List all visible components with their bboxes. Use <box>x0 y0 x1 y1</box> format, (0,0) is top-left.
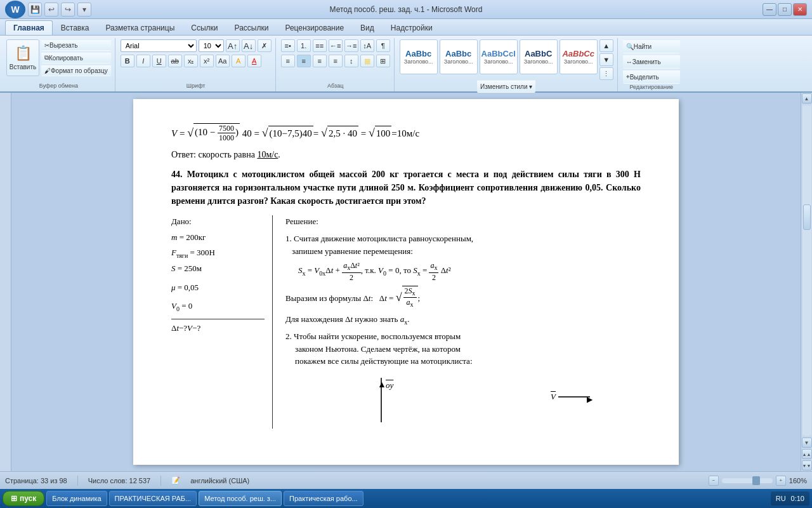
format-painter-button[interactable]: 🖌 Формат по образцу <box>41 65 111 76</box>
find-button[interactable]: 🔍 Найти <box>623 39 680 53</box>
paragraph-content: ≡• 1. ≡≡ ←≡ →≡ ↕A ¶ ≡ ≡ ≡ ≡ ↕ ▦ ⊞ <box>281 39 390 83</box>
solution-delta-t: Выразим из формулы Δt: Δt = √ 2Sx ax ; <box>285 286 641 309</box>
style-heading4[interactable]: AaBbC Заголово... <box>520 39 558 74</box>
change-case-button[interactable]: Aa <box>216 55 230 67</box>
zoom-controls: − + 160% <box>708 475 807 486</box>
show-marks-button[interactable]: ¶ <box>376 39 390 52</box>
numbering-button[interactable]: 1. <box>297 39 311 52</box>
font-group: Arial 10 A↑ A↓ ✗ B I U ab x₂ x² Aa A A <box>117 38 276 91</box>
right-scrollbar[interactable]: ▲ ▼ ▲▲ ▼▼ <box>801 93 812 471</box>
strikethrough-button[interactable]: ab <box>168 55 182 67</box>
font-row-1: Arial 10 A↑ A↓ ✗ <box>121 39 272 52</box>
font-grow-button[interactable]: A↑ <box>226 39 240 52</box>
document-page: V = √ (10 − 75001000) 40 = √ (10−7,5)40 … <box>133 99 679 465</box>
paste-button[interactable]: 📋 Вставить <box>6 39 39 76</box>
align-left-button[interactable]: ≡ <box>281 55 295 67</box>
taskbar-item-0[interactable]: Блок динамика <box>46 491 107 506</box>
underline-button[interactable]: U <box>152 55 166 67</box>
zoom-in-button[interactable]: + <box>776 476 786 486</box>
styles-scroll-down[interactable]: ▼ <box>599 53 613 66</box>
increase-indent-button[interactable]: →≡ <box>344 39 358 52</box>
solution-box: Решение: 1. Считая движение мотоциклиста… <box>273 215 641 429</box>
taskbar-item-3[interactable]: Практическая рабо... <box>284 491 363 506</box>
font-group-label: Шрифт <box>187 83 206 90</box>
replace-button[interactable]: ↔ Заменить <box>623 55 680 69</box>
zoom-thumb[interactable] <box>752 476 760 485</box>
select-button[interactable]: ⌖ Выделить <box>623 70 680 84</box>
document-scroll[interactable]: V = √ (10 − 75001000) 40 = √ (10−7,5)40 … <box>11 93 801 471</box>
solution-label: Решение: <box>285 215 641 228</box>
tray-time: 0:10 <box>791 495 804 502</box>
tab-insert[interactable]: Вставка <box>53 20 98 35</box>
sort-button[interactable]: ↕A <box>360 39 374 52</box>
tab-review[interactable]: Рецензирование <box>277 20 352 35</box>
cut-button[interactable]: ✂ Вырезать <box>41 39 111 51</box>
undo-button[interactable]: ↩ <box>44 3 58 17</box>
change-styles-button[interactable]: Изменить стили ▾ <box>477 80 535 93</box>
para-row-2: ≡ ≡ ≡ ≡ ↕ ▦ ⊞ <box>281 55 390 67</box>
customize-qa[interactable]: ▾ <box>77 3 91 17</box>
fraction-ax2: ax 2 <box>429 261 438 282</box>
start-button[interactable]: ⊞ пуск <box>3 491 44 506</box>
solution-area: Дано: m = 200кг Fтяги = 300Н S = 250м μ … <box>171 215 641 429</box>
align-center-button[interactable]: ≡ <box>297 55 311 67</box>
tab-mailings[interactable]: Рассылки <box>226 20 277 35</box>
font-content: Arial 10 A↑ A↓ ✗ B I U ab x₂ x² Aa A A <box>121 39 272 83</box>
style-heading3[interactable]: AaBbCcl Заголово... <box>480 39 518 74</box>
justify-button[interactable]: ≡ <box>329 55 343 67</box>
copy-button[interactable]: ⧉ Копировать <box>41 52 111 64</box>
font-family-select[interactable]: Arial <box>121 39 197 52</box>
tab-view[interactable]: Вид <box>352 20 383 35</box>
font-color-button[interactable]: A <box>247 55 261 67</box>
taskbar-item-1[interactable]: ПРАКТИЧЕСКАЯ РАБ... <box>109 491 197 506</box>
align-right-button[interactable]: ≡ <box>313 55 327 67</box>
shading-button[interactable]: ▦ <box>360 55 374 67</box>
ribbon: 📋 Вставить ✂ Вырезать ⧉ Копировать 🖌 Фор… <box>0 36 812 93</box>
borders-button[interactable]: ⊞ <box>376 55 390 67</box>
multilevel-button[interactable]: ≡≡ <box>313 39 327 52</box>
paste-label: Вставить <box>10 64 36 70</box>
styles-scroll-up[interactable]: ▲ <box>599 39 613 52</box>
save-button[interactable]: 💾 <box>28 3 42 17</box>
scroll-track[interactable] <box>802 105 811 436</box>
sqrt-wrap-1: √ (10 − 75001000) <box>187 123 240 143</box>
scroll-up-button[interactable]: ▲ <box>802 93 812 104</box>
close-button[interactable]: ✕ <box>793 3 807 16</box>
font-shrink-button[interactable]: A↓ <box>242 39 256 52</box>
clear-format-button[interactable]: ✗ <box>258 39 272 52</box>
fraction-2s-a: 2Sx ax <box>403 286 417 309</box>
tab-addins[interactable]: Надстройки <box>383 20 441 35</box>
v-arrowhead: ▶ <box>587 394 593 405</box>
maximize-button[interactable]: □ <box>778 3 792 16</box>
bullets-button[interactable]: ≡• <box>281 39 295 52</box>
scroll-down-button[interactable]: ▼ <box>802 438 812 448</box>
taskbar-item-2[interactable]: Метод пособ. реш. з... <box>199 491 282 506</box>
highlight-button[interactable]: A <box>232 55 246 67</box>
font-size-select[interactable]: 10 <box>199 39 224 52</box>
tab-references[interactable]: Ссылки <box>183 20 226 35</box>
office-button[interactable]: W <box>5 1 25 18</box>
styles-expand[interactable]: ⋮ <box>599 67 613 80</box>
ribbon-tabs: Главная Вставка Разметка страницы Ссылки… <box>0 19 812 36</box>
bold-button[interactable]: B <box>121 55 134 67</box>
style-heading2[interactable]: AaBbс Заголово... <box>440 39 478 74</box>
italic-button[interactable]: I <box>136 55 150 67</box>
subscript-button[interactable]: x₂ <box>184 55 198 67</box>
line-spacing-button[interactable]: ↕ <box>344 55 358 67</box>
zoom-slider[interactable] <box>722 478 773 483</box>
decrease-indent-button[interactable]: ←≡ <box>329 39 343 52</box>
scroll-page-down[interactable]: ▼▼ <box>802 460 812 471</box>
solution-step1-intro: 1. Считая движение мотоциклиста равноуск… <box>285 232 641 245</box>
tab-home[interactable]: Главная <box>5 20 53 35</box>
style-heading1[interactable]: AaBbс Заголово... <box>400 39 438 74</box>
scroll-thumb[interactable] <box>803 204 811 230</box>
zoom-out-button[interactable]: − <box>709 476 719 486</box>
tray-lang: RU <box>776 495 786 502</box>
tab-page-layout[interactable]: Разметка страницы <box>97 20 183 35</box>
redo-button[interactable]: ↪ <box>61 3 75 17</box>
problem-44: 44. Мотоцикл с мотоциклистом общей массо… <box>171 168 641 208</box>
minimize-button[interactable]: — <box>763 3 776 16</box>
superscript-button[interactable]: x² <box>200 55 214 67</box>
scroll-page-up[interactable]: ▲▲ <box>802 449 812 459</box>
style-heading5[interactable]: AaBbCc Заголово... <box>560 39 598 74</box>
